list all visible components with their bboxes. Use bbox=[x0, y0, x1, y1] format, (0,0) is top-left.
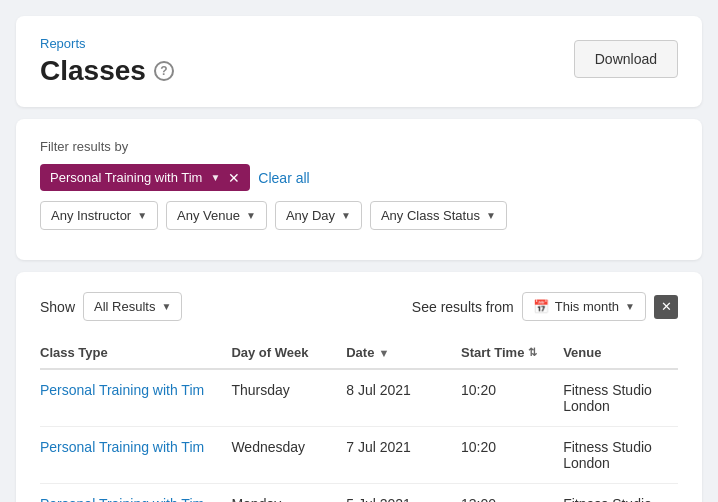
venue-dropdown-arrow-icon: ▼ bbox=[246, 210, 256, 221]
header-card: Reports Classes ? Download bbox=[16, 16, 702, 107]
day-cell: Thursday bbox=[231, 369, 346, 427]
class-status-dropdown-arrow-icon: ▼ bbox=[486, 210, 496, 221]
th-day-of-week: Day of Week bbox=[231, 337, 346, 369]
date-range-label: This month bbox=[555, 299, 619, 314]
date-range-arrow-icon: ▼ bbox=[625, 301, 635, 312]
class-type-link[interactable]: Personal Training with Tim bbox=[40, 382, 231, 398]
table-header-row: Class Type Day of Week Date ▼ bbox=[40, 337, 678, 369]
chip-dropdown-arrow-icon: ▼ bbox=[210, 172, 220, 183]
table-row: Personal Training with Tim(cancelled)Mon… bbox=[40, 484, 678, 503]
class-status-dropdown-label: Any Class Status bbox=[381, 208, 480, 223]
time-cell: 13:00 bbox=[461, 484, 563, 503]
th-class-type: Class Type bbox=[40, 337, 231, 369]
help-icon[interactable]: ? bbox=[154, 61, 174, 81]
instructor-dropdown[interactable]: Any Instructor ▼ bbox=[40, 201, 158, 230]
class-type-link[interactable]: Personal Training with Tim bbox=[40, 439, 231, 455]
day-cell: Wednesday bbox=[231, 427, 346, 484]
active-filter-label: Personal Training with Tim bbox=[50, 170, 202, 185]
close-date-button[interactable]: ✕ bbox=[654, 295, 678, 319]
table-row: Personal Training with TimWednesday7 Jul… bbox=[40, 427, 678, 484]
date-cell: 5 Jul 2021 bbox=[346, 484, 461, 503]
date-sort-icon: ▼ bbox=[378, 347, 389, 359]
calendar-icon: 📅 bbox=[533, 299, 549, 314]
show-results-arrow-icon: ▼ bbox=[161, 301, 171, 312]
results-bar: Show All Results ▼ See results from 📅 Th… bbox=[40, 292, 678, 321]
class-type-link[interactable]: Personal Training with Tim bbox=[40, 496, 231, 502]
date-range-button[interactable]: 📅 This month ▼ bbox=[522, 292, 646, 321]
table-row: Personal Training with TimThursday8 Jul … bbox=[40, 369, 678, 427]
date-cell: 7 Jul 2021 bbox=[346, 427, 461, 484]
see-results-row: See results from 📅 This month ▼ ✕ bbox=[412, 292, 678, 321]
instructor-dropdown-label: Any Instructor bbox=[51, 208, 131, 223]
start-time-sort-icon: ⇅ bbox=[528, 346, 537, 359]
table-body: Personal Training with TimThursday8 Jul … bbox=[40, 369, 678, 502]
time-cell: 10:20 bbox=[461, 369, 563, 427]
instructor-dropdown-arrow-icon: ▼ bbox=[137, 210, 147, 221]
th-start-time[interactable]: Start Time ⇅ bbox=[461, 337, 563, 369]
venue-cell: Fitness Studio London bbox=[563, 427, 678, 484]
header-section: Reports Classes ? Download bbox=[40, 36, 678, 87]
show-row: Show All Results ▼ bbox=[40, 292, 182, 321]
day-cell: Monday bbox=[231, 484, 346, 503]
active-filter-chip[interactable]: Personal Training with Tim ▼ ✕ bbox=[40, 164, 250, 191]
breadcrumb[interactable]: Reports bbox=[40, 36, 174, 51]
download-button[interactable]: Download bbox=[574, 40, 678, 78]
venue-dropdown-label: Any Venue bbox=[177, 208, 240, 223]
active-filter-row: Personal Training with Tim ▼ ✕ Clear all bbox=[40, 164, 678, 191]
venue-dropdown[interactable]: Any Venue ▼ bbox=[166, 201, 267, 230]
results-table: Class Type Day of Week Date ▼ bbox=[40, 337, 678, 502]
results-card: Show All Results ▼ See results from 📅 Th… bbox=[16, 272, 702, 502]
title-group: Reports Classes ? bbox=[40, 36, 174, 87]
filter-card: Filter results by Personal Training with… bbox=[16, 119, 702, 260]
page-container: Reports Classes ? Download Filter result… bbox=[0, 0, 718, 502]
chip-close-button[interactable]: ✕ bbox=[228, 171, 240, 185]
date-cell: 8 Jul 2021 bbox=[346, 369, 461, 427]
venue-cell: Fitness Studio London bbox=[563, 369, 678, 427]
class-status-dropdown[interactable]: Any Class Status ▼ bbox=[370, 201, 507, 230]
venue-cell: Fitness Studio London bbox=[563, 484, 678, 503]
th-venue: Venue bbox=[563, 337, 678, 369]
dropdown-filter-row: Any Instructor ▼ Any Venue ▼ Any Day ▼ A… bbox=[40, 201, 678, 230]
page-title: Classes bbox=[40, 55, 146, 87]
show-results-label: All Results bbox=[94, 299, 155, 314]
table-header: Class Type Day of Week Date ▼ bbox=[40, 337, 678, 369]
filter-section-label: Filter results by bbox=[40, 139, 678, 154]
show-label: Show bbox=[40, 299, 75, 315]
day-dropdown[interactable]: Any Day ▼ bbox=[275, 201, 362, 230]
th-date[interactable]: Date ▼ bbox=[346, 337, 461, 369]
page-title-group: Classes ? bbox=[40, 55, 174, 87]
day-dropdown-arrow-icon: ▼ bbox=[341, 210, 351, 221]
show-results-dropdown[interactable]: All Results ▼ bbox=[83, 292, 182, 321]
day-dropdown-label: Any Day bbox=[286, 208, 335, 223]
time-cell: 10:20 bbox=[461, 427, 563, 484]
clear-all-button[interactable]: Clear all bbox=[258, 170, 309, 186]
see-results-label: See results from bbox=[412, 299, 514, 315]
